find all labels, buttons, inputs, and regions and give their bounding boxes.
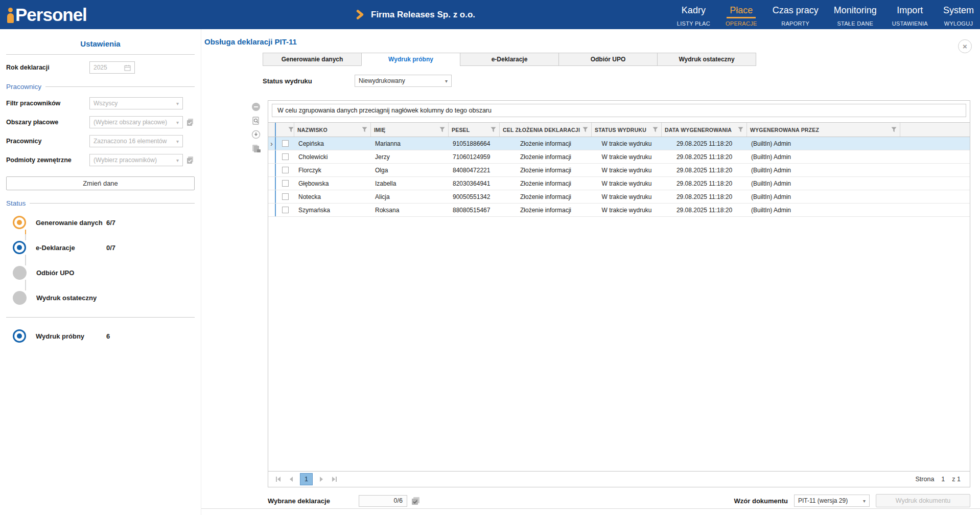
filter-icon[interactable] xyxy=(891,127,897,132)
wybrane-deklaracje-label: Wybrane deklaracje xyxy=(268,497,359,505)
pracownicy-select[interactable]: Zaznaczono 16 elementów▾ xyxy=(89,135,183,147)
tab-odbior-upo[interactable]: Odbiór UPO xyxy=(558,53,658,66)
group-by-drop-area[interactable]: W celu zgrupowania danych przeciągnij na… xyxy=(272,104,966,117)
table-row[interactable]: Florczyk Olga 84080472221 Złożenie infor… xyxy=(268,164,970,177)
header-status-wydruku[interactable]: STATUS WYDRUKU xyxy=(592,123,662,137)
logo-person-icon xyxy=(7,8,14,23)
cell-cel: Złożenie informacji xyxy=(500,150,592,163)
podmioty-zewnetrzne-select[interactable]: (Wybierz pracowników)▾ xyxy=(89,154,183,166)
selected-items-icon[interactable] xyxy=(410,496,421,506)
nav-import[interactable]: Import xyxy=(892,5,928,18)
row-checkbox[interactable] xyxy=(282,153,289,160)
subnav-raporty[interactable]: RAPORTY xyxy=(773,20,819,27)
export-icon[interactable] xyxy=(251,144,262,153)
cell-imie: Izabella xyxy=(371,177,449,190)
cell-nazwisko: Notecka xyxy=(294,190,371,203)
table-row[interactable]: › Cepińska Marianna 91051886664 Złożenie… xyxy=(268,137,970,150)
subnav-wyloguj[interactable]: WYLOGUJ xyxy=(943,20,974,27)
grid-wrap: W celu zgrupowania danych przeciągnij na… xyxy=(268,100,970,487)
nav-monitoring[interactable]: Monitoring xyxy=(834,5,877,18)
subnav-stale-dane[interactable]: STAŁE DANE xyxy=(834,20,877,27)
status-step-generowanie-danych: Generowanie danych 6/7 xyxy=(13,215,195,230)
collapse-all-icon[interactable] xyxy=(251,102,262,111)
next-page-icon[interactable] xyxy=(316,474,326,484)
header-cel-zlozenia[interactable]: CEL ZŁOŻENIA DEKLARACJI xyxy=(500,123,592,137)
table-row[interactable]: Cholewicki Jerzy 71060124959 Złożenie in… xyxy=(268,150,970,164)
cell-pesel: 88080515467 xyxy=(449,204,500,216)
filter-icon[interactable] xyxy=(288,127,294,132)
last-page-icon[interactable] xyxy=(329,474,339,484)
first-page-icon[interactable] xyxy=(273,474,284,484)
row-checkbox[interactable] xyxy=(282,140,289,147)
wzor-dokumentu-select[interactable]: PIT-11 (wersja 29)▾ xyxy=(794,495,870,507)
caret-down-icon: ▾ xyxy=(176,158,179,163)
cell-cel: Złożenie informacji xyxy=(500,204,592,216)
filter-icon[interactable] xyxy=(738,127,743,132)
cell-data: 29.08.2025 11:18:20 xyxy=(662,137,747,150)
rok-deklaracji-input[interactable]: 2025 xyxy=(89,61,135,74)
row-checkbox[interactable] xyxy=(282,180,289,187)
header-pesel[interactable]: PESEL xyxy=(449,123,500,137)
cell-data: 29.08.2025 11:18:20 xyxy=(662,190,747,203)
filter-icon[interactable] xyxy=(582,127,588,132)
row-expander-icon[interactable]: › xyxy=(270,140,273,147)
company-header: Firma Releases Sp. z o.o. xyxy=(356,0,475,29)
status-circle-gray-icon xyxy=(13,266,27,280)
cell-pesel: 71060124959 xyxy=(449,150,500,163)
header-checkbox-column[interactable] xyxy=(276,123,294,137)
close-icon[interactable]: × xyxy=(958,39,972,53)
row-checkbox[interactable] xyxy=(282,207,289,213)
tab-generowanie-danych[interactable]: Generowanie danych xyxy=(263,53,362,66)
document-template-group: Wzór dokumentu PIT-11 (wersja 29)▾ Wydru… xyxy=(734,494,970,507)
tab-wydruk-ostateczny[interactable]: Wydruk ostateczny xyxy=(657,53,756,66)
filter-icon[interactable] xyxy=(491,127,496,132)
filter-icon[interactable] xyxy=(439,127,445,132)
change-data-button[interactable]: Zmień dane xyxy=(6,176,195,190)
cell-nazwisko: Szymańska xyxy=(294,204,371,216)
subnav-ustawienia[interactable]: USTAWIENIA xyxy=(892,20,928,27)
cell-imie: Alicja xyxy=(371,190,449,203)
status-wydruku-select[interactable]: Niewydrukowany▾ xyxy=(355,75,452,87)
subnav-listy-plac[interactable]: LISTY PŁAC xyxy=(677,20,710,27)
row-checkbox[interactable] xyxy=(282,193,289,200)
logo-text: Personel xyxy=(15,6,87,23)
table-row[interactable]: Notecka Alicja 90050551342 Złożenie info… xyxy=(268,190,970,204)
filter-icon[interactable] xyxy=(362,127,367,132)
cell-przez: (BuiltIn) Admin xyxy=(747,137,900,150)
cell-data: 29.08.2025 11:18:20 xyxy=(662,177,747,190)
nav-place[interactable]: Płace xyxy=(726,5,757,18)
tab-e-deklaracje[interactable]: e-Deklaracje xyxy=(460,53,559,66)
page-number-button[interactable]: 1 xyxy=(300,473,313,485)
timeline-connector xyxy=(25,280,26,290)
header-imie[interactable]: IMIĘ xyxy=(371,123,449,137)
row-checkbox[interactable] xyxy=(282,167,289,173)
caret-down-icon: ▾ xyxy=(445,78,448,84)
nav-system[interactable]: System xyxy=(943,5,974,18)
wybrane-deklaracje-input[interactable] xyxy=(359,495,407,507)
table-row[interactable]: Szymańska Roksana 88080515467 Złożenie i… xyxy=(268,204,970,217)
header-expander-column xyxy=(268,123,276,137)
obszary-placowe-select[interactable]: (Wybierz obszary płacowe)▾ xyxy=(89,116,183,128)
subnav-operacje[interactable]: OPERACJE xyxy=(726,20,757,27)
nav-czas-pracy[interactable]: Czas pracy xyxy=(773,5,819,18)
preview-icon[interactable] xyxy=(251,116,262,125)
nav-kadry[interactable]: Kadry xyxy=(677,5,710,18)
prev-page-icon[interactable] xyxy=(287,474,297,484)
header-data-wygenerowania[interactable]: DATA WYGENEROWANIA xyxy=(662,123,747,137)
wydruk-dokumentu-button[interactable]: Wydruk dokumentu xyxy=(876,494,970,507)
status-step-odbior-upo: Odbiór UPO xyxy=(13,265,195,280)
table-row[interactable]: Głębowska Izabella 82030364941 Złożenie … xyxy=(268,177,970,190)
cell-cel: Złożenie informacji xyxy=(500,164,592,176)
app-logo[interactable]: Personel xyxy=(7,6,87,23)
select-all-podmioty-button[interactable] xyxy=(185,155,195,165)
filtr-pracownikow-select[interactable]: Wszyscy▾ xyxy=(89,97,183,109)
select-all-obszary-button[interactable] xyxy=(185,118,195,127)
cell-cel: Złożenie informacji xyxy=(500,137,592,150)
header-nazwisko[interactable]: NAZWISKO xyxy=(294,123,371,137)
filter-icon[interactable] xyxy=(652,127,658,132)
status-circle-gray-icon xyxy=(13,291,27,305)
tab-wydruk-probny[interactable]: Wydruk próbny xyxy=(361,53,460,66)
header-wygenerowana-przez[interactable]: WYGENEROWANA PRZEZ xyxy=(747,123,900,137)
download-icon[interactable] xyxy=(251,130,262,139)
cell-nazwisko: Florczyk xyxy=(294,164,371,176)
